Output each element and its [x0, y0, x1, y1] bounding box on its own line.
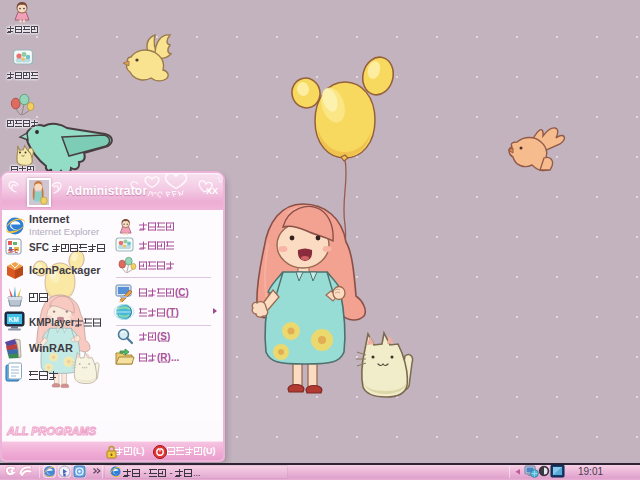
svg-text:KM: KM [9, 316, 19, 323]
svg-text:SFC: SFC [8, 248, 18, 254]
